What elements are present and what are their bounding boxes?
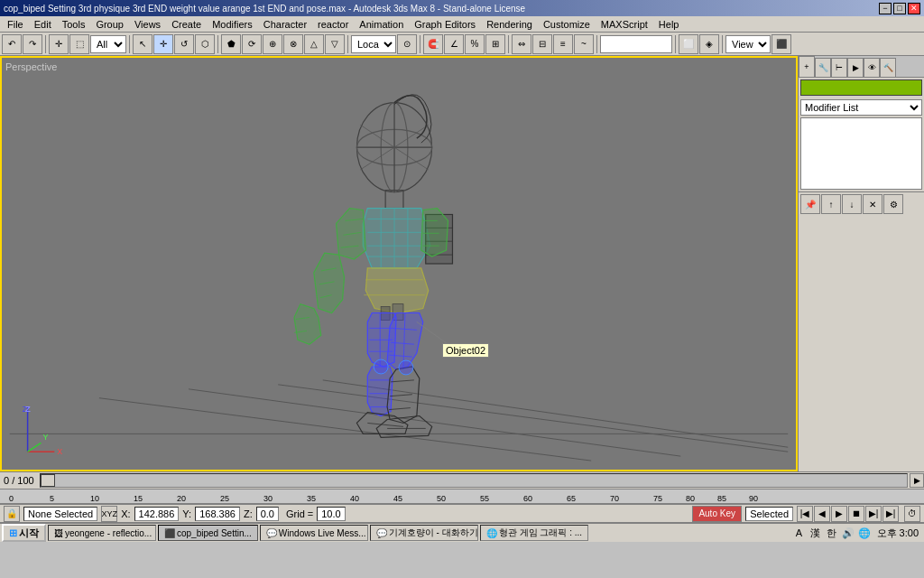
menu-rendering[interactable]: Rendering: [481, 18, 538, 31]
anim-goto-end[interactable]: ▶|: [882, 506, 899, 522]
menu-reactor[interactable]: reactor: [312, 18, 354, 31]
panel-tab-display[interactable]: 👁: [864, 58, 880, 78]
curve-btn[interactable]: ~: [574, 34, 594, 54]
panel-tab-utilities[interactable]: 🔨: [880, 58, 896, 78]
tool-btn-6[interactable]: ⟳: [242, 34, 262, 54]
taskbar-item-icon-1: ⬛: [164, 528, 175, 538]
start-button[interactable]: ⊞ 시작: [2, 524, 46, 542]
panel-pin-btn[interactable]: 📌: [800, 194, 820, 214]
menu-edit[interactable]: Edit: [29, 18, 57, 31]
auto-key-btn[interactable]: Auto Key: [692, 506, 742, 522]
modifier-list-dropdown[interactable]: Modifier List: [800, 99, 922, 116]
svg-line-75: [417, 322, 448, 344]
coord-type-btn[interactable]: XYZ: [101, 506, 117, 522]
menu-bar: File Edit Tools Group Views Create Modif…: [0, 16, 924, 33]
undo-button[interactable]: ↶: [2, 34, 22, 54]
spinner-snap[interactable]: ⊞: [485, 34, 505, 54]
anim-prev-frame[interactable]: ◀: [814, 506, 830, 522]
redo-button[interactable]: ↷: [23, 34, 42, 54]
taskbar-item-yeongene[interactable]: 🖼 yeongene - reflectio...: [48, 525, 156, 541]
tool-btn-7[interactable]: ⊕: [263, 34, 282, 54]
move-button[interactable]: ✛: [153, 34, 173, 54]
taskbar-item-cop-biped[interactable]: ⬛ cop_biped Settin...: [158, 525, 258, 541]
timeline-slider[interactable]: [40, 473, 908, 488]
tool-btn-10[interactable]: ▽: [325, 34, 345, 54]
panel-move-up-btn[interactable]: ↑: [821, 194, 841, 214]
lang-a-icon[interactable]: A: [792, 526, 807, 540]
minimize-button[interactable]: −: [879, 3, 892, 14]
taskbar-item-label-4: 형관 게임 그래픽 : ...: [499, 527, 582, 539]
svg-rect-18: [385, 191, 403, 209]
panel-tab-create[interactable]: +: [799, 56, 815, 78]
material-btn[interactable]: ◈: [699, 34, 719, 54]
select-button[interactable]: ✛: [49, 34, 69, 54]
toolbar-sep-2: [129, 35, 130, 53]
tool-btn-9[interactable]: △: [304, 34, 324, 54]
rotate-button[interactable]: ↺: [174, 34, 194, 54]
network-icon[interactable]: 🌐: [857, 526, 872, 540]
pivot-btn[interactable]: ⊙: [397, 34, 417, 54]
ruler-mark-0: 0: [9, 494, 14, 503]
taskbar-item-tiger[interactable]: 💬 기계호량이 - 대화하기: [370, 525, 478, 541]
align-btn[interactable]: ⊟: [532, 34, 552, 54]
panel-tab-modify[interactable]: 🔧: [815, 58, 831, 78]
menu-animation[interactable]: Animation: [354, 18, 409, 31]
menu-file[interactable]: File: [2, 18, 29, 31]
panel-tab-hierarchy[interactable]: ⊢: [831, 58, 847, 78]
schematic-btn[interactable]: ⬜: [679, 34, 698, 54]
menu-modifiers[interactable]: Modifiers: [207, 18, 258, 31]
timeline-thumb[interactable]: [41, 474, 55, 487]
viewport-3d[interactable]: Perspective Z X Y: [0, 56, 798, 471]
menu-help[interactable]: Help: [653, 18, 685, 31]
named-sel-input[interactable]: [600, 35, 672, 53]
menu-views[interactable]: Views: [129, 18, 166, 31]
select-region-button[interactable]: ⬚: [69, 34, 89, 54]
panel-delete-btn[interactable]: ✕: [863, 194, 882, 214]
select-transform-button[interactable]: ↖: [133, 34, 152, 54]
menu-character[interactable]: Character: [258, 18, 312, 31]
timeline-area: 0 / 100 ▶: [0, 471, 924, 489]
taskbar-item-windows-live[interactable]: 💬 Windows Live Mess...: [260, 525, 368, 541]
panel-move-down-btn[interactable]: ↓: [842, 194, 862, 214]
panel-tab-motion[interactable]: ▶: [847, 58, 864, 78]
menu-create[interactable]: Create: [166, 18, 207, 31]
scale-button[interactable]: ⬡: [195, 34, 215, 54]
volume-icon[interactable]: 🔊: [841, 526, 855, 540]
snap-toggle[interactable]: 🧲: [423, 34, 443, 54]
coord-dropdown[interactable]: Local: [351, 35, 396, 53]
view-cube-btn[interactable]: ⬛: [772, 34, 791, 54]
layer-btn[interactable]: ≡: [553, 34, 573, 54]
menu-customize[interactable]: Customize: [538, 18, 596, 31]
close-button[interactable]: ✕: [908, 3, 920, 14]
panel-configure-btn[interactable]: ⚙: [883, 194, 903, 214]
color-swatch[interactable]: [800, 79, 922, 96]
tool-btn-8[interactable]: ⊗: [283, 34, 303, 54]
toolbar-sep-6: [508, 35, 509, 53]
svg-point-73: [374, 359, 388, 374]
anim-play[interactable]: ▶: [831, 506, 847, 522]
taskbar-item-icon-3: 💬: [376, 528, 387, 538]
angle-snap[interactable]: ∠: [444, 34, 464, 54]
timeline-expand-btn[interactable]: ▶: [910, 473, 924, 488]
start-label: 시작: [19, 527, 39, 540]
taskbar-item-game-graphics[interactable]: 🌐 형관 게임 그래픽 : ...: [480, 525, 588, 541]
anim-next-frame[interactable]: ▶|: [865, 506, 882, 522]
menu-graph-editors[interactable]: Graph Editors: [409, 18, 481, 31]
mirror-btn[interactable]: ⇔: [512, 34, 531, 54]
time-config-btn[interactable]: ⏱: [904, 506, 920, 522]
lang-han-icon[interactable]: 漢: [808, 526, 823, 540]
maximize-button[interactable]: □: [893, 3, 906, 14]
lock-selection-btn[interactable]: 🔒: [4, 506, 20, 522]
toolbar: ↶ ↷ ✛ ⬚ All ↖ ✛ ↺ ⬡ ⬟ ⟳ ⊕ ⊗ △ ▽ Local ⊙ …: [0, 33, 924, 56]
view-dropdown[interactable]: View: [725, 35, 771, 53]
lang-ko-icon[interactable]: 한: [825, 526, 839, 540]
anim-stop[interactable]: ⏹: [848, 506, 864, 522]
anim-goto-start[interactable]: |◀: [797, 506, 813, 522]
tool-btn-5[interactable]: ⬟: [221, 34, 241, 54]
menu-maxscript[interactable]: MAXScript: [596, 18, 653, 31]
mode-dropdown[interactable]: All: [90, 35, 126, 53]
menu-group[interactable]: Group: [90, 18, 129, 31]
menu-tools[interactable]: Tools: [57, 18, 91, 31]
percent-snap[interactable]: %: [465, 34, 485, 54]
ruler-mark-50: 50: [437, 494, 446, 503]
